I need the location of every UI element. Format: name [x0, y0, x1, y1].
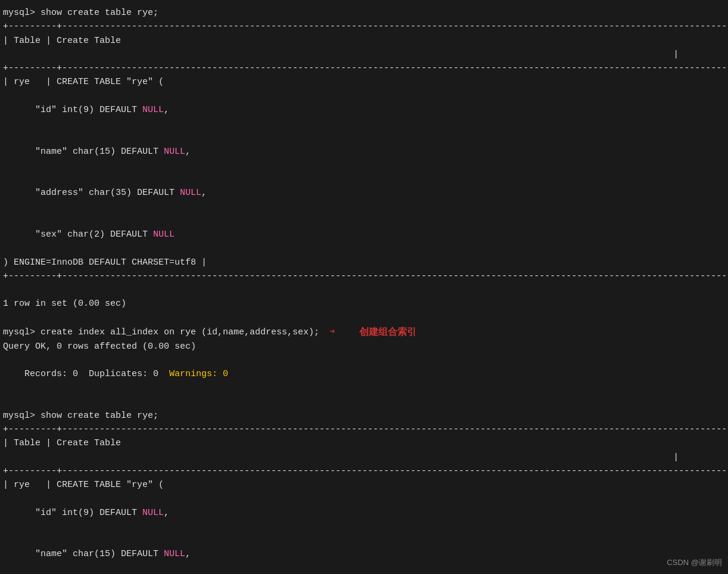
annotation-combine-index: 创建组合索引 — [359, 325, 416, 340]
data-row-1-header: | rye | CREATE TABLE "rye" ( — [3, 75, 725, 89]
data-row-2-id: "id" int(9) DEFAULT NULL, — [3, 492, 725, 533]
separator-2: +---------+-----------------------------… — [3, 61, 725, 75]
header-row-1: | Table | Create Table — [3, 34, 725, 48]
separator-4: +---------+-----------------------------… — [3, 423, 725, 436]
blank-line-1 — [3, 283, 725, 297]
data-row-1-address: "address" char(35) DEFAULT NULL, — [3, 172, 725, 214]
records-line: Records: 0 Duplicates: 0 Warnings: 0 — [3, 353, 725, 395]
data-row-2-name: "name" char(15) DEFAULT NULL, — [3, 533, 725, 574]
create-index-line: mysql> create index all_index on rye (id… — [3, 325, 725, 340]
row-count-1: 1 row in set (0.00 sec) — [3, 297, 725, 311]
header-row-2: | Table | Create Table — [3, 436, 725, 450]
query-ok-line: Query OK, 0 rows affected (0.00 sec) — [3, 340, 725, 353]
data-row-1-id: "id" int(9) DEFAULT NULL, — [3, 89, 725, 131]
blank-line-3 — [3, 395, 725, 409]
separator-5: +---------+-----------------------------… — [3, 464, 725, 478]
header-row-1-cont: | — [3, 48, 725, 61]
csdn-watermark: CSDN @谢刷明 — [667, 557, 722, 568]
separator-1: +---------+-----------------------------… — [3, 20, 725, 33]
command-line-2: mysql> show create table rye; — [3, 409, 725, 423]
terminal: mysql> show create table rye; +---------… — [0, 6, 728, 574]
separator-3: +---------+-----------------------------… — [3, 269, 725, 283]
header-row-2-cont: | — [3, 451, 725, 464]
data-row-1-name: "name" char(15) DEFAULT NULL, — [3, 131, 725, 172]
command-line-1: mysql> show create table rye; — [3, 6, 725, 20]
data-row-1-engine: ) ENGINE=InnoDB DEFAULT CHARSET=utf8 | — [3, 256, 725, 269]
data-row-1-sex: "sex" char(2) DEFAULT NULL — [3, 214, 725, 256]
blank-line-2 — [3, 311, 725, 325]
data-row-2-header: | rye | CREATE TABLE "rye" ( — [3, 478, 725, 492]
